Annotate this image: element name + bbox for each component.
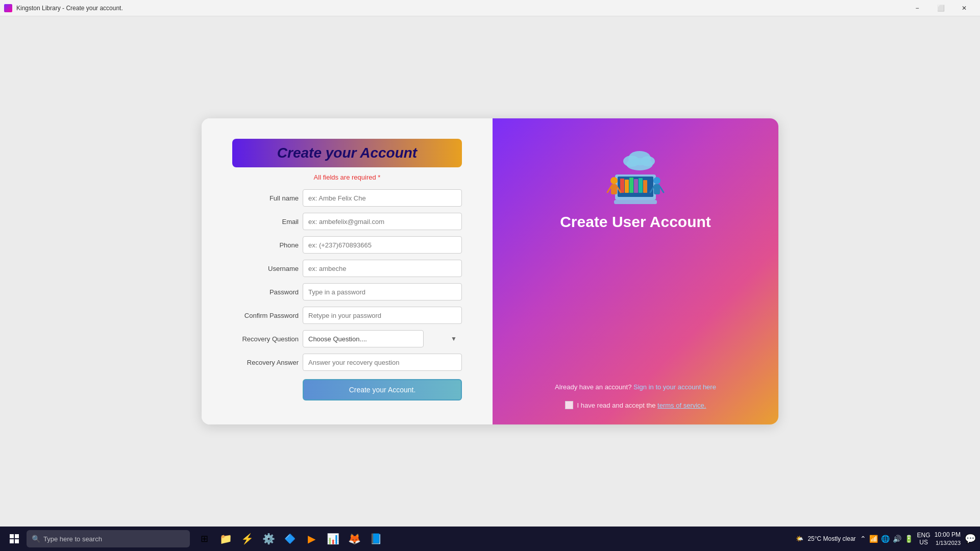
taskbar-time[interactable]: 10:00 PM 1/13/2023: [935, 531, 961, 547]
terms-text: I have read and accept the terms of serv…: [577, 402, 706, 409]
window-title: Kingston Library - Create your account.: [16, 5, 123, 12]
weather-icon: 🌤️: [796, 535, 803, 542]
confirm-password-label: Confirm Password: [232, 312, 299, 319]
required-note: All fields are required *: [314, 173, 381, 181]
main-content: Create your Account All fields are requi…: [0, 16, 980, 527]
svg-rect-14: [611, 184, 617, 194]
app-icon: [4, 4, 12, 12]
phone-input[interactable]: [303, 236, 462, 254]
recovery-question-label: Recovery Question: [232, 335, 299, 343]
wifi-icon: 📶: [869, 535, 878, 543]
create-account-button[interactable]: Create your Account.: [303, 379, 462, 400]
submit-row: Create your Account.: [232, 377, 462, 400]
email-row: Email: [232, 213, 462, 230]
password-label: Password: [232, 288, 299, 296]
taskbar-icon-files[interactable]: 📁: [215, 529, 236, 549]
start-button[interactable]: [4, 529, 24, 549]
card: Create your Account All fields are requi…: [202, 118, 778, 424]
recovery-question-select[interactable]: Choose Question.... What is your pet's n…: [303, 330, 424, 347]
recovery-question-row: Recovery Question Choose Question.... Wh…: [232, 330, 462, 347]
titlebar: Kingston Library - Create your account. …: [0, 0, 980, 16]
svg-point-17: [653, 177, 660, 184]
email-input[interactable]: [303, 213, 462, 230]
library-illustration: [595, 139, 676, 205]
taskbar-icon-vlc[interactable]: ▶: [301, 529, 322, 549]
right-panel-title: Create User Account: [560, 213, 711, 231]
taskbar-icon-powerpoint[interactable]: 📊: [323, 529, 343, 549]
form-title-text: Create your Account: [277, 145, 417, 161]
weather-text: 25°C Mostly clear: [807, 535, 855, 542]
language-region: ENG US: [917, 532, 930, 546]
email-label: Email: [232, 218, 299, 226]
notification-icon[interactable]: 💬: [965, 533, 976, 544]
username-label: Username: [232, 265, 299, 272]
svg-line-20: [660, 187, 664, 192]
confirm-password-row: Confirm Password: [232, 307, 462, 324]
recovery-question-wrapper: Choose Question.... What is your pet's n…: [303, 330, 462, 347]
titlebar-left: Kingston Library - Create your account.: [4, 4, 123, 12]
sign-in-link[interactable]: Sign in to your account here: [633, 383, 716, 391]
svg-line-15: [607, 187, 611, 192]
taskbar: 🔍 Type here to search ⊞ 📁 ⚡ ⚙️ 🔷 ▶ 📊 🦊 📘…: [0, 527, 980, 551]
titlebar-controls: − ⬜ ✕: [905, 0, 976, 16]
svg-point-13: [610, 177, 618, 184]
search-icon: 🔍: [32, 535, 40, 543]
svg-point-12: [626, 158, 653, 170]
terms-link[interactable]: terms of service.: [657, 402, 706, 409]
svg-rect-4: [629, 178, 633, 193]
close-button[interactable]: ✕: [952, 0, 976, 16]
right-panel: Create User Account Already have an acco…: [493, 118, 778, 424]
taskbar-icon-thunderbird[interactable]: 🦊: [344, 529, 364, 549]
recovery-answer-input[interactable]: [303, 354, 462, 371]
volume-icon: 🔊: [893, 535, 901, 543]
confirm-password-input[interactable]: [303, 307, 462, 324]
search-bar-placeholder: Type here to search: [43, 535, 102, 543]
windows-icon: [10, 534, 19, 543]
password-input[interactable]: [303, 283, 462, 300]
form-title-bg: Create your Account: [232, 139, 462, 167]
password-row: Password: [232, 283, 462, 300]
svg-rect-5: [634, 179, 638, 193]
phone-label: Phone: [232, 241, 299, 249]
full-name-input[interactable]: [303, 189, 462, 207]
taskbar-icon-settings[interactable]: ⚙️: [258, 529, 279, 549]
taskbar-icon-minecraft[interactable]: 🔷: [280, 529, 300, 549]
taskbar-icon-library[interactable]: 📘: [365, 529, 386, 549]
svg-rect-8: [614, 200, 657, 204]
network-icon: 🌐: [881, 535, 890, 543]
full-name-label: Full name: [232, 194, 299, 202]
svg-rect-3: [625, 180, 629, 193]
taskbar-icon-sublime[interactable]: ⚡: [237, 529, 257, 549]
terms-checkbox[interactable]: [565, 401, 573, 409]
taskbar-right: 🌤️ 25°C Mostly clear ⌃ 📶 🌐 🔊 🔋 ENG US 10…: [796, 531, 976, 547]
sign-in-text: Already have an account? Sign in to your…: [555, 383, 716, 391]
chevron-up-icon[interactable]: ⌃: [860, 535, 866, 543]
username-row: Username: [232, 260, 462, 277]
svg-rect-6: [639, 178, 643, 193]
maximize-button[interactable]: ⬜: [929, 0, 952, 16]
recovery-answer-label: Recovery Answer: [232, 359, 299, 366]
full-name-row: Full name: [232, 189, 462, 207]
taskbar-icon-task-view[interactable]: ⊞: [194, 529, 214, 549]
username-input[interactable]: [303, 260, 462, 277]
search-bar[interactable]: 🔍 Type here to search: [27, 530, 190, 547]
svg-rect-7: [643, 180, 647, 193]
svg-rect-2: [620, 179, 624, 193]
chevron-down-icon: ▼: [451, 335, 457, 342]
recovery-answer-row: Recovery Answer: [232, 354, 462, 371]
battery-icon: 🔋: [904, 535, 913, 543]
system-icons: ⌃ 📶 🌐 🔊 🔋: [860, 535, 913, 543]
minimize-button[interactable]: −: [905, 0, 929, 16]
phone-row: Phone: [232, 236, 462, 254]
left-panel: Create your Account All fields are requi…: [202, 118, 493, 424]
svg-rect-18: [654, 184, 660, 194]
taskbar-icons: ⊞ 📁 ⚡ ⚙️ 🔷 ▶ 📊 🦊 📘: [194, 529, 386, 549]
terms-row: I have read and accept the terms of serv…: [565, 401, 706, 409]
